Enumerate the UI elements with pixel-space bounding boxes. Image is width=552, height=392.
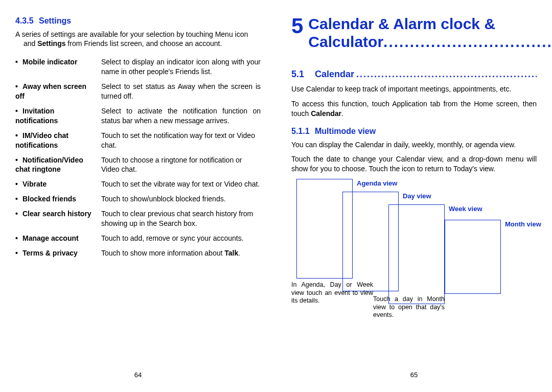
option-desc: Touch to choose a ringtone for notificat…: [101, 153, 261, 177]
option-desc: Select to activate the notification func…: [101, 104, 261, 128]
label-week: Week view: [449, 204, 482, 214]
table-row: •Vibrate Touch to set the vibrate way fo…: [15, 177, 261, 192]
body-text: Use Calendar to keep track of important …: [291, 84, 537, 94]
table-row: •IM/Video chat notifications Touch to se…: [15, 128, 261, 153]
option-desc: Touch to set the notification way for te…: [101, 128, 261, 153]
intro-line2: and Settings from Friends list screen, a…: [24, 39, 261, 49]
table-row: •Invitation notifications Select to acti…: [15, 104, 261, 128]
views-diagram: Agenda view Day view Week view Month vie…: [291, 179, 537, 312]
section-number: 5.1: [291, 68, 315, 80]
option-desc: Select to display an indicator icon alon…: [101, 55, 261, 79]
page-left: 4.3.5Settings A series of settings are a…: [0, 0, 276, 392]
option-label: •Vibrate: [15, 177, 101, 192]
subsection-heading: 5.1.1Multimode view: [291, 126, 537, 137]
table-row: •Clear search history Touch to clear pre…: [15, 206, 261, 231]
label-day: Day view: [403, 192, 431, 201]
label-agenda: Agenda view: [357, 179, 397, 188]
heading-number: 4.3.5: [15, 15, 39, 27]
option-label: •Clear search history: [15, 206, 101, 231]
table-row: •Mobile indicator Select to display an i…: [15, 55, 261, 79]
chapter-heading: 5 Calendar & Alarm clock & Calculator: [291, 15, 537, 51]
subsection-number: 5.1.1: [291, 126, 315, 137]
intro-line1: A series of settings are available for y…: [15, 30, 248, 38]
leader-dots: [383, 33, 552, 50]
section-title: Calendar: [315, 68, 354, 80]
page-number-left: 64: [134, 371, 142, 380]
rect-month: [445, 220, 501, 294]
option-label: •Invitation notifications: [15, 104, 101, 128]
page-spread: 4.3.5Settings A series of settings are a…: [0, 0, 552, 392]
heading-text: Settings: [39, 16, 71, 25]
table-row: •Away when screen off Select to set stat…: [15, 79, 261, 104]
rect-week: [388, 204, 445, 304]
option-label: •IM/Video chat notifications: [15, 128, 101, 153]
page-right: 5 Calendar & Alarm clock & Calculator 5.…: [276, 0, 552, 392]
body-text: Touch the date to change your Calendar v…: [291, 154, 537, 174]
caption-right: Touch a day in Month view to open that d…: [373, 295, 445, 319]
label-month: Month view: [505, 220, 541, 229]
body-text: You can display the Calendar in daily, w…: [291, 140, 537, 150]
table-row: •Manage account Touch to add, remove or …: [15, 231, 261, 246]
option-label: •Away when screen off: [15, 79, 101, 104]
settings-table: •Mobile indicator Select to display an i…: [15, 55, 261, 260]
option-desc: Touch to set the vibrate way for text or…: [101, 177, 261, 192]
option-desc: Select to set status as Away when the sc…: [101, 79, 261, 104]
option-label: •Blocked friends: [15, 192, 101, 206]
option-desc: Touch to add, remove or sync your accoun…: [101, 231, 261, 246]
option-label: •Notification/Video chat ringtone: [15, 153, 101, 177]
heading-settings: 4.3.5Settings: [15, 15, 261, 27]
table-row: •Terms & privacy Touch to show more info…: [15, 246, 261, 261]
chapter-number: 5: [291, 15, 303, 37]
section-heading: 5.1 Calendar: [291, 68, 537, 80]
table-row: •Notification/Video chat ringtone Touch …: [15, 153, 261, 177]
page-number-right: 65: [410, 371, 418, 380]
option-label: •Terms & privacy: [15, 246, 101, 261]
option-desc: Touch to clear previous chat search hist…: [101, 206, 261, 231]
body-text: To access this function, touch Applicati…: [291, 99, 537, 119]
table-row: •Blocked friends Touch to show/unblock b…: [15, 192, 261, 206]
option-desc: Touch to show more information about Tal…: [101, 246, 261, 261]
leader-dots: [356, 68, 537, 80]
settings-intro: A series of settings are available for y…: [15, 30, 261, 49]
option-label: •Manage account: [15, 231, 101, 246]
option-desc: Touch to show/unblock blocked friends.: [101, 192, 261, 206]
subsection-title: Multimode view: [315, 127, 376, 135]
option-label: •Mobile indicator: [15, 55, 101, 79]
caption-left: In Agenda, Day or Week view touch an eve…: [291, 281, 373, 305]
